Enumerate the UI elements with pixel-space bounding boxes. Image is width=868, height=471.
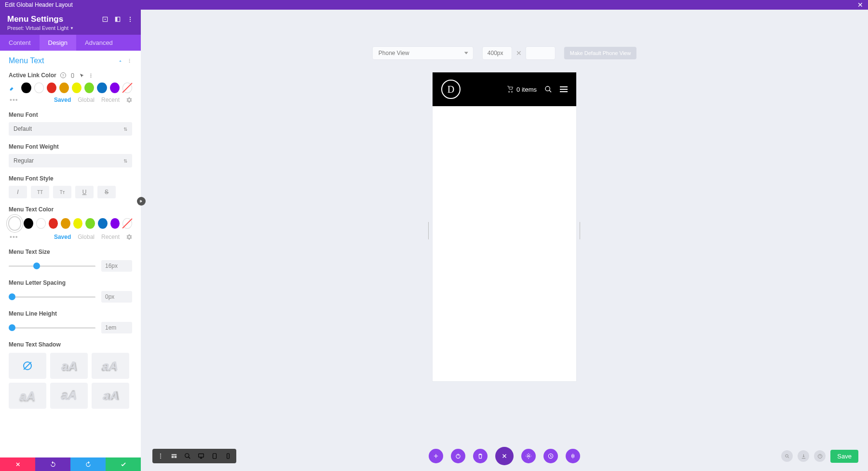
swatch-orange[interactable] xyxy=(59,83,69,93)
close-icon[interactable]: ✕ xyxy=(857,1,863,9)
palette-tab-saved[interactable]: Saved xyxy=(54,97,71,103)
section-title[interactable]: Menu Text xyxy=(9,56,44,65)
collapse-section-icon[interactable] xyxy=(118,58,123,64)
input-letter-spacing[interactable]: 0px xyxy=(101,291,132,303)
shadow-preset-4[interactable]: aA xyxy=(50,383,88,409)
shadow-preset-5[interactable]: aA xyxy=(92,383,129,409)
logo-icon[interactable]: D xyxy=(441,80,461,99)
hamburger-icon[interactable] xyxy=(560,86,568,92)
swatch-black[interactable] xyxy=(21,83,31,93)
select-menu-font-weight[interactable]: Regular⇅ xyxy=(9,154,132,167)
history-button[interactable] xyxy=(543,449,558,463)
clear-width-icon[interactable]: ✕ xyxy=(516,49,522,57)
cart-link[interactable]: 0 items xyxy=(507,86,537,93)
swatch-blue-2[interactable] xyxy=(98,218,108,229)
close-center-button[interactable] xyxy=(495,447,514,465)
palette-gear-icon-2[interactable] xyxy=(126,234,132,240)
swatch-white-2[interactable] xyxy=(36,218,46,229)
swatch-white[interactable] xyxy=(34,83,44,93)
tab-content[interactable]: Content xyxy=(0,35,40,51)
slider-text-size[interactable] xyxy=(9,265,95,267)
dock-portability-button[interactable] xyxy=(798,450,809,462)
swatch-orange-2[interactable] xyxy=(61,218,70,229)
input-text-size[interactable]: 16px xyxy=(101,260,132,272)
tab-design[interactable]: Design xyxy=(40,35,76,51)
dock-kebab-icon[interactable] xyxy=(157,453,164,459)
shadow-preset-1[interactable]: aA xyxy=(50,353,88,379)
palette-more-icon[interactable]: ••• xyxy=(10,96,18,104)
dock-icon[interactable] xyxy=(114,16,121,23)
hover-icon[interactable] xyxy=(79,73,84,78)
redo-button[interactable] xyxy=(70,457,106,471)
desktop-icon[interactable] xyxy=(198,453,204,459)
swatch-none[interactable] xyxy=(122,83,132,93)
swatch-yellow[interactable] xyxy=(72,83,81,93)
search-icon[interactable] xyxy=(544,85,552,93)
apply-button[interactable] xyxy=(106,457,141,471)
style-strikethrough-button[interactable]: S xyxy=(97,186,116,198)
svg-point-6 xyxy=(130,21,131,22)
eyedropper-icon[interactable] xyxy=(9,83,16,92)
swatch-green[interactable] xyxy=(84,83,94,93)
swatch-yellow-2[interactable] xyxy=(73,218,83,229)
style-underline-button[interactable]: U xyxy=(75,186,94,198)
shadow-preset-3[interactable]: aA xyxy=(9,383,46,409)
wireframe-icon[interactable] xyxy=(171,453,177,459)
swatch-purple-2[interactable] xyxy=(110,218,120,229)
tablet-icon[interactable] xyxy=(211,453,218,459)
preset-dropdown[interactable]: Preset: Virtual Event Light▼ xyxy=(7,25,134,31)
resize-handle-left[interactable] xyxy=(428,222,430,239)
delete-button[interactable] xyxy=(473,449,488,463)
slider-letter-spacing[interactable] xyxy=(9,296,95,298)
swatch-purple[interactable] xyxy=(110,83,120,93)
swatch-green-2[interactable] xyxy=(85,218,95,229)
palette-tab-recent[interactable]: Recent xyxy=(101,97,120,103)
shadow-none[interactable] xyxy=(9,353,46,379)
dock-right-actions: ? Save xyxy=(781,450,858,463)
field-kebab-icon[interactable] xyxy=(88,73,94,78)
style-smallcaps-button[interactable]: Tт xyxy=(53,186,71,198)
input-line-height[interactable]: 1em xyxy=(101,322,132,333)
palette-tab-global[interactable]: Global xyxy=(78,97,95,103)
swatch-red[interactable] xyxy=(47,83,56,93)
palette-tab-recent-2[interactable]: Recent xyxy=(101,234,120,240)
swatch-black-2[interactable] xyxy=(24,218,33,229)
style-italic-button[interactable]: I xyxy=(9,186,27,198)
preview-area: Phone View 400px ✕ Make Default Phone Vi… xyxy=(141,10,868,471)
add-button[interactable] xyxy=(429,449,443,463)
height-input[interactable] xyxy=(526,46,556,60)
dock-search-button[interactable] xyxy=(781,450,793,462)
width-input[interactable]: 400px xyxy=(482,46,512,60)
kebab-icon[interactable] xyxy=(127,16,134,23)
palette-more-icon-2[interactable]: ••• xyxy=(10,233,18,241)
swatch-none-2[interactable] xyxy=(122,218,132,229)
select-menu-font[interactable]: Default⇅ xyxy=(9,122,132,136)
help-icon[interactable]: ? xyxy=(60,72,66,78)
resize-handle-right[interactable] xyxy=(579,222,581,239)
phone-icon[interactable] xyxy=(225,453,231,459)
settings-button[interactable] xyxy=(521,449,536,463)
expand-icon[interactable] xyxy=(102,16,108,23)
undo-button[interactable] xyxy=(35,457,70,471)
sidebar-collapse-button[interactable] xyxy=(137,197,146,206)
slider-line-height[interactable] xyxy=(9,327,95,329)
palette-gear-icon[interactable] xyxy=(126,97,132,103)
save-button[interactable]: Save xyxy=(830,450,858,463)
layers-button[interactable] xyxy=(566,449,580,463)
swatch-red-2[interactable] xyxy=(49,218,58,229)
shadow-preset-2[interactable]: aA xyxy=(92,353,129,379)
discard-button[interactable] xyxy=(0,457,35,471)
swatch-blue[interactable] xyxy=(97,83,107,93)
device-icon[interactable] xyxy=(70,73,75,78)
power-button[interactable] xyxy=(451,449,465,463)
section-kebab-icon[interactable] xyxy=(127,57,132,64)
swatch-current-white[interactable] xyxy=(9,217,21,230)
zoom-icon[interactable] xyxy=(184,453,191,459)
palette-tab-global-2[interactable]: Global xyxy=(78,234,95,240)
palette-tab-saved-2[interactable]: Saved xyxy=(54,234,71,240)
style-uppercase-button[interactable]: TT xyxy=(31,186,49,198)
view-select[interactable]: Phone View xyxy=(372,46,474,60)
dock-help-button[interactable]: ? xyxy=(814,450,826,462)
tab-advanced[interactable]: Advanced xyxy=(76,35,122,51)
make-default-button[interactable]: Make Default Phone View xyxy=(564,47,637,59)
